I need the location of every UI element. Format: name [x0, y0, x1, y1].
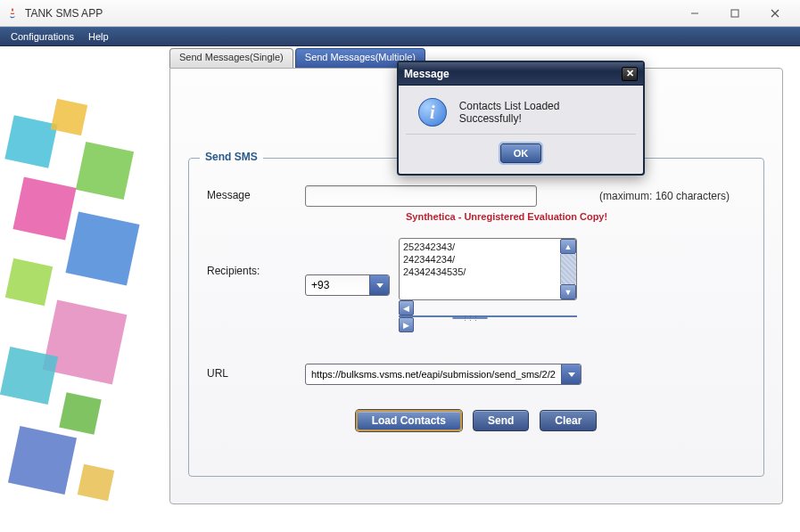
- info-icon: i: [418, 98, 447, 127]
- clear-button[interactable]: Clear: [540, 410, 597, 431]
- decorative-sidebar: [0, 84, 152, 532]
- url-label: URL: [207, 364, 305, 380]
- java-icon: [5, 6, 20, 20]
- menubar: Configurations Help: [0, 27, 800, 46]
- dialog-close-button[interactable]: ✕: [622, 67, 638, 81]
- scroll-right-icon[interactable]: ▶: [399, 317, 414, 332]
- send-sms-fieldset: Send SMS Message (maximum: 160 character…: [188, 158, 764, 477]
- chevron-down-icon[interactable]: [561, 364, 581, 384]
- window-title: TANK SMS APP: [25, 7, 674, 20]
- menu-help[interactable]: Help: [81, 29, 116, 44]
- recipients-listbox[interactable]: 252342343/ 242344234/ 24342434535/ ▲ ▼: [399, 238, 577, 300]
- dialog-message: Contacts List Loaded Successfully!: [459, 100, 623, 125]
- svg-rect-1: [731, 10, 738, 17]
- scroll-track[interactable]: [560, 254, 576, 284]
- message-input[interactable]: [305, 185, 537, 207]
- url-value[interactable]: [306, 364, 561, 384]
- load-contacts-button[interactable]: Load Contacts: [356, 410, 462, 431]
- recipients-list-content: 252342343/ 242344234/ 24342434535/: [400, 239, 560, 299]
- minimize-button[interactable]: [674, 1, 714, 26]
- scroll-down-icon[interactable]: ▼: [560, 284, 576, 299]
- scroll-left-icon[interactable]: ◀: [399, 300, 414, 315]
- scroll-up-icon[interactable]: ▲: [560, 239, 576, 254]
- dialog-title: Message: [404, 68, 622, 80]
- hscroll-thumb[interactable]: [452, 317, 488, 319]
- message-hint: (maximum: 160 characters): [599, 190, 730, 202]
- country-code-combo[interactable]: [305, 274, 390, 296]
- watermark-text: Synthetica - Unregistered Evaluation Cop…: [406, 211, 607, 222]
- vertical-scrollbar[interactable]: ▲ ▼: [560, 239, 576, 299]
- fieldset-legend: Send SMS: [200, 151, 263, 163]
- close-button[interactable]: [755, 1, 795, 26]
- url-combo[interactable]: [305, 364, 581, 385]
- dialog-titlebar[interactable]: Message ✕: [399, 62, 643, 86]
- chevron-down-icon[interactable]: [369, 275, 389, 295]
- country-code-value[interactable]: [306, 275, 369, 295]
- horizontal-scrollbar[interactable]: ◀ ▶: [399, 300, 577, 332]
- message-label: Message: [207, 185, 305, 201]
- hscroll-track[interactable]: [399, 315, 577, 317]
- message-dialog: Message ✕ i Contacts List Loaded Success…: [397, 61, 645, 176]
- dialog-ok-button[interactable]: OK: [500, 143, 542, 163]
- maximize-button[interactable]: [714, 1, 755, 26]
- recipients-label: Recipients:: [207, 238, 305, 277]
- tab-send-single[interactable]: Send Messages(Single): [169, 48, 293, 68]
- window-titlebar: TANK SMS APP: [0, 0, 800, 27]
- menu-configurations[interactable]: Configurations: [4, 29, 81, 44]
- send-button[interactable]: Send: [473, 410, 529, 431]
